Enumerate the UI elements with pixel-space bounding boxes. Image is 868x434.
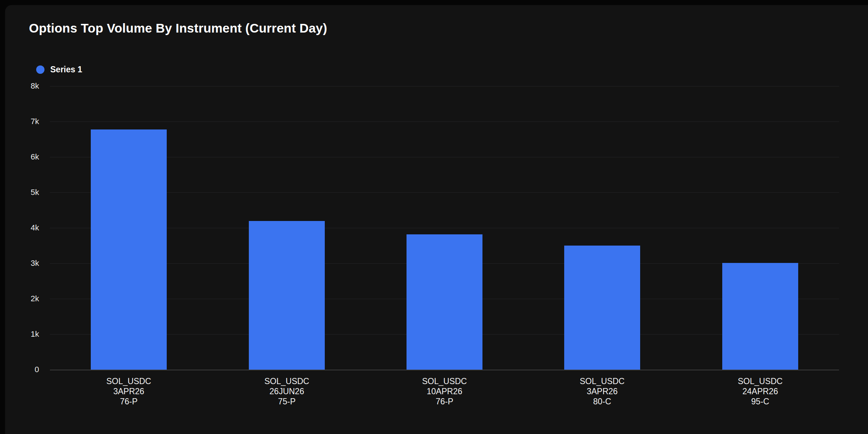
x-axis-label: SOL_USDC26JUN2675-P <box>229 376 345 407</box>
gridline <box>50 192 839 193</box>
bar[interactable] <box>564 246 640 370</box>
x-axis-label-line: 76-P <box>387 396 502 407</box>
x-axis-label-line: 10APR26 <box>387 386 502 396</box>
x-axis-label: SOL_USDC3APR2676-P <box>71 376 187 407</box>
x-axis-label-line: 76-P <box>71 396 187 407</box>
x-axis-label-line: 80-C <box>544 396 660 407</box>
bar[interactable] <box>407 234 482 370</box>
y-axis-tick-label: 8k <box>0 81 39 91</box>
bar[interactable] <box>249 221 325 370</box>
y-axis-tick-label: 3k <box>0 259 39 268</box>
x-axis-label: SOL_USDC3APR2680-C <box>544 376 660 407</box>
x-axis-line <box>50 370 839 370</box>
x-axis-label-line: 26JUN26 <box>229 386 345 396</box>
x-axis-label-line: 3APR26 <box>71 386 187 396</box>
x-axis-label: SOL_USDC10APR2676-P <box>387 376 502 407</box>
page: Options Top Volume By Instrument (Curren… <box>0 0 868 434</box>
x-axis-label-line: 75-P <box>229 396 345 407</box>
y-axis-tick-label: 0 <box>0 365 39 374</box>
x-axis-label: SOL_USDC24APR2695-C <box>702 376 818 407</box>
y-axis-tick-label: 4k <box>0 223 39 233</box>
x-axis-label-line: SOL_USDC <box>544 376 660 386</box>
bar[interactable] <box>91 129 167 370</box>
gridline <box>50 86 839 86</box>
gridline <box>50 157 839 157</box>
x-axis-label-line: 95-C <box>702 396 818 407</box>
x-axis-label-line: SOL_USDC <box>387 376 502 386</box>
gridline <box>50 122 839 122</box>
y-axis-tick-label: 7k <box>0 117 39 126</box>
bar[interactable] <box>722 263 798 370</box>
plot-area: 01k2k3k4k5k6k7k8kSOL_USDC3APR2676-PSOL_U… <box>0 0 868 434</box>
x-axis-label-line: 3APR26 <box>544 386 660 396</box>
x-axis-label-line: 24APR26 <box>702 386 818 396</box>
gridline <box>50 228 839 228</box>
y-axis-tick-label: 2k <box>0 294 39 303</box>
y-axis-tick-label: 6k <box>0 152 39 162</box>
x-axis-label-line: SOL_USDC <box>71 376 187 386</box>
x-axis-label-line: SOL_USDC <box>229 376 345 386</box>
y-axis-tick-label: 5k <box>0 188 39 197</box>
x-axis-label-line: SOL_USDC <box>702 376 818 386</box>
y-axis-tick-label: 1k <box>0 329 39 339</box>
